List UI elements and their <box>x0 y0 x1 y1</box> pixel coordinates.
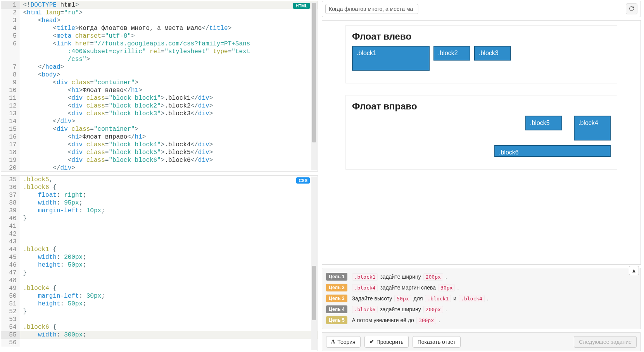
code-pill: .block6 <box>352 306 378 313</box>
css-editor[interactable]: CSS 35.block5,36.block6 {37 float: right… <box>1 175 318 351</box>
goal-tag: Цель 4 <box>326 305 347 313</box>
refresh-icon <box>629 6 634 12</box>
preview-h1-left: Флоат влево <box>352 31 611 42</box>
check-label: Проверить <box>376 339 404 345</box>
goal-row: Цель 4.block6 задайте ширину 200px . <box>326 304 637 315</box>
code-line[interactable]: 51 height: 50px; <box>1 300 318 308</box>
code-line[interactable]: 56 <box>1 339 318 347</box>
font-icon: A <box>331 339 335 345</box>
goal-tag: Цель 1 <box>326 273 347 281</box>
preview-toolbar: Когда флоатов много, а места ма <box>322 1 641 17</box>
goal-tag: Цель 2 <box>326 284 347 291</box>
code-line[interactable]: 47} <box>1 269 318 277</box>
code-line[interactable]: 46 height: 50px; <box>1 261 318 269</box>
code-line[interactable]: 9 <div class="container"> <box>1 79 318 87</box>
code-line[interactable]: 5 <meta charset="utf-8"> <box>1 32 318 40</box>
code-line[interactable]: 48 <box>1 277 318 284</box>
code-line[interactable]: 49.block4 { <box>1 284 318 292</box>
code-line[interactable]: 1<!DOCTYPE html> <box>1 1 318 9</box>
code-pill: .block4 <box>459 295 485 302</box>
preview-block3: .block3 <box>474 46 511 61</box>
code-pill: 50px <box>394 295 411 302</box>
collapse-goals-button[interactable]: ▲ <box>629 266 639 275</box>
code-pill: 200px <box>423 273 443 281</box>
code-line[interactable]: 8 <body> <box>1 71 318 79</box>
code-line[interactable]: 14 </div> <box>1 118 318 125</box>
code-line[interactable]: 44.block1 { <box>1 246 318 253</box>
html-scrollbar[interactable] <box>311 2 317 170</box>
code-line[interactable]: 19 <div class="block block6">.block6</di… <box>1 156 318 164</box>
goals-panel: ▲ Цель 1.block1 задайте ширину 200px .Це… <box>322 268 641 329</box>
code-line[interactable]: 54.block6 { <box>1 323 318 331</box>
code-line[interactable]: 37 float: right; <box>1 191 318 199</box>
refresh-button[interactable] <box>626 3 637 14</box>
code-line[interactable]: 4 <title>Когда флоатов много, а места ма… <box>1 24 318 32</box>
code-line[interactable]: 55 width: 300px; <box>1 331 318 339</box>
code-line[interactable]: 18 <div class="block block5">.block5</di… <box>1 149 318 156</box>
check-icon: ✔ <box>369 338 374 345</box>
next-task-button[interactable]: Следующее задание <box>574 336 637 348</box>
arrow-up-icon: ▲ <box>631 267 637 274</box>
html-badge: HTML <box>293 3 310 9</box>
check-button[interactable]: ✔ Проверить <box>364 336 409 348</box>
preview-container-1: Флоат влево .block1 .block2 .block3 <box>345 25 617 83</box>
html-editor[interactable]: HTML 1<!DOCTYPE html>2<html lang="ru">3 … <box>1 1 318 172</box>
preview-block1: .block1 <box>352 46 430 71</box>
code-line[interactable]: 40} <box>1 215 318 222</box>
show-answer-label: Показать ответ <box>418 339 456 345</box>
goal-row: Цель 3Задайте высоту 50px для .block1 и … <box>326 293 637 304</box>
preview-container-2: Флоат вправо .block4 .block5 .block6 <box>345 95 617 170</box>
code-line[interactable]: 13 <div class="block block3">.block3</di… <box>1 110 318 118</box>
code-line[interactable]: 12 <div class="block block2">.block2</di… <box>1 102 318 110</box>
code-line[interactable]: 17 <div class="block block4">.block4</di… <box>1 141 318 149</box>
preview-address[interactable]: Когда флоатов много, а места ма <box>325 4 418 14</box>
code-line[interactable]: 53 <box>1 316 318 323</box>
theory-button[interactable]: A Теория <box>326 336 361 348</box>
theory-label: Теория <box>337 339 356 345</box>
code-pill: 300px <box>416 317 436 324</box>
css-scrollbar[interactable] <box>311 177 317 350</box>
code-line[interactable]: 52} <box>1 308 318 316</box>
next-label: Следующее задание <box>579 339 632 345</box>
code-line[interactable]: 38 width: 95px; <box>1 199 318 207</box>
code-line[interactable]: 10 <h1>Флоат влево</h1> <box>1 87 318 94</box>
preview-block4: .block4 <box>574 116 611 140</box>
code-line[interactable]: 20 </div> <box>1 164 318 171</box>
code-line[interactable]: 50 margin-left: 30px; <box>1 292 318 300</box>
preview-h1-right: Флоат вправо <box>352 101 611 112</box>
code-line[interactable]: 7 </head> <box>1 63 318 71</box>
goal-row: Цель 1.block1 задайте ширину 200px . <box>326 271 637 282</box>
code-line[interactable]: 35.block5, <box>1 176 318 184</box>
preview-block2: .block2 <box>433 46 470 61</box>
code-line[interactable]: 3 <head> <box>1 17 318 24</box>
preview-block5: .block5 <box>525 116 562 130</box>
action-bar: A Теория ✔ Проверить Показать ответ След… <box>322 332 641 351</box>
code-line[interactable]: 15 <div class="container"> <box>1 125 318 133</box>
code-pill: .block1 <box>352 273 378 281</box>
code-line[interactable]: 16 <h1>Флоат вправо</h1> <box>1 133 318 141</box>
code-line[interactable]: 42 <box>1 230 318 238</box>
code-line[interactable]: 6 <link href="//fonts.googleapis.com/css… <box>1 40 318 48</box>
code-line[interactable]: 36.block6 { <box>1 184 318 191</box>
goal-tag: Цель 5 <box>326 316 347 324</box>
goal-row: Цель 2.block4 задайте маргин слева 30px … <box>326 282 637 293</box>
goal-tag: Цель 3 <box>326 295 347 302</box>
preview-area: Флоат влево .block1 .block2 .block3 Флоа… <box>322 20 641 265</box>
code-pill: 30px <box>438 284 455 291</box>
goal-row: Цель 5А потом увеличьте её до 300px . <box>326 315 637 326</box>
code-line[interactable]: :400&subset=cyrillic" rel="stylesheet" t… <box>1 48 318 55</box>
code-line[interactable]: 2<html lang="ru"> <box>1 9 318 17</box>
code-line[interactable]: 11 <div class="block block1">.block1</di… <box>1 94 318 102</box>
css-badge: CSS <box>296 177 310 184</box>
code-line[interactable]: 41 <box>1 222 318 230</box>
code-pill: .block4 <box>352 284 378 291</box>
show-answer-button[interactable]: Показать ответ <box>413 336 461 348</box>
preview-block6: .block6 <box>494 145 611 157</box>
code-line[interactable]: /css"> <box>1 55 318 63</box>
code-pill: 200px <box>423 306 443 313</box>
code-pill: .block1 <box>425 295 451 302</box>
code-line[interactable]: 39 margin-left: 10px; <box>1 207 318 215</box>
code-line[interactable]: 45 width: 200px; <box>1 253 318 261</box>
code-line[interactable]: 43 <box>1 238 318 246</box>
